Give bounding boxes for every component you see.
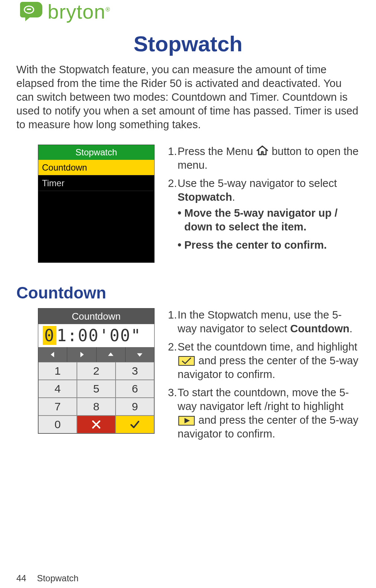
key-5: 5 [77, 380, 116, 398]
step-a2: 2. Use the 5-way navigator to select Sto… [168, 177, 360, 252]
arrow-row [38, 347, 154, 362]
step-a2-sub2: Press the center to confirm. [178, 238, 360, 252]
footer-section: Stopwatch [37, 573, 78, 583]
brand-wordmark: bryton® [48, 1, 110, 22]
device-countdown-screenshot: Countdown 01:00'00" 1 2 3 4 5 6 [38, 308, 155, 434]
brand-logo-icon [20, 2, 42, 21]
page-footer: 44 Stopwatch [16, 573, 78, 584]
menu-item-countdown: Countdown [38, 160, 154, 175]
device-stopwatch-screenshot: Stopwatch Countdown Timer [38, 145, 155, 263]
page-title: Stopwatch [16, 31, 360, 56]
key-4: 4 [38, 380, 77, 398]
arrow-up-icon [97, 347, 126, 362]
time-remainder: 1:00'00" [57, 326, 142, 345]
section-title-countdown: Countdown [16, 284, 360, 302]
device-title: Countdown [38, 308, 154, 324]
start-play-icon [178, 416, 195, 426]
step-b1: 1. In the Stopwatch menu, use the 5-way … [168, 308, 360, 336]
brand-header: bryton® [16, 0, 360, 24]
key-9: 9 [116, 398, 154, 416]
step-b2: 2. Set the countdown time, and highlight… [168, 340, 360, 381]
key-cancel [77, 416, 116, 433]
steps-list-a: 1. Press the Menu button to open the men… [168, 145, 360, 252]
steps-list-b: 1. In the Stopwatch menu, use the 5-way … [168, 308, 360, 441]
key-6: 6 [116, 380, 154, 398]
menu-item-timer: Timer [38, 175, 154, 191]
page-number: 44 [16, 573, 26, 583]
key-confirm [116, 416, 154, 433]
countdown-block: Countdown 01:00'00" 1 2 3 4 5 6 [16, 308, 360, 446]
key-3: 3 [116, 362, 154, 380]
arrow-down-icon [126, 347, 154, 362]
key-0: 0 [38, 416, 77, 433]
key-2: 2 [77, 362, 116, 380]
stopwatch-block: Stopwatch Countdown Timer 1. Press the M… [16, 145, 360, 263]
countdown-time-display: 01:00'00" [38, 324, 154, 347]
step-b3: 3. To start the countdown, move the 5-wa… [168, 386, 360, 441]
device-title: Stopwatch [38, 145, 154, 160]
key-1: 1 [38, 362, 77, 380]
time-cursor-digit: 0 [43, 326, 56, 345]
intro-paragraph: With the Stopwatch feature, you can meas… [16, 63, 360, 132]
key-7: 7 [38, 398, 77, 416]
svg-rect-0 [27, 9, 31, 10]
step-a1: 1. Press the Menu button to open the men… [168, 145, 360, 172]
menu-home-icon [256, 145, 269, 156]
key-8: 8 [77, 398, 116, 416]
step-a2-sub1: Move the 5-way navigator up / down to se… [178, 206, 360, 234]
arrow-left-icon [38, 347, 67, 362]
arrow-right-icon [67, 347, 96, 362]
confirm-check-icon [178, 356, 195, 366]
keypad: 1 2 3 4 5 6 7 8 9 0 [38, 362, 154, 433]
